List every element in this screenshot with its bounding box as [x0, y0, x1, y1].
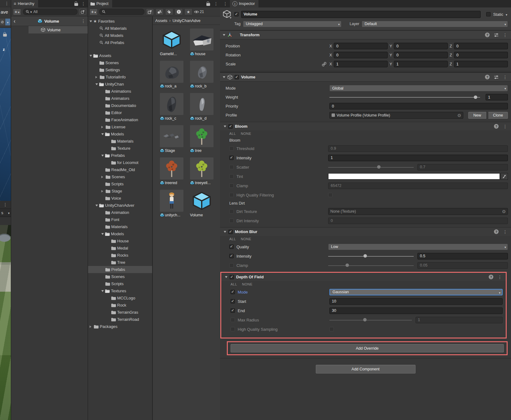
project-tree-item[interactable]: MCCLogo	[88, 294, 152, 302]
lock-icon[interactable]	[74, 3, 78, 6]
project-tree-item[interactable]: Animations	[88, 88, 152, 95]
project-tree-item[interactable]: Stage	[88, 188, 152, 195]
project-tree-item[interactable]: Medal	[88, 245, 152, 252]
project-tree-item[interactable]: Scripts	[88, 280, 152, 287]
foldout-arrow[interactable]	[223, 76, 225, 79]
scale-x-field[interactable]: 1	[334, 61, 388, 67]
save-button-partial[interactable]: ave	[0, 7, 11, 16]
dof-enabled-checkbox[interactable]	[230, 275, 234, 279]
override-checkbox[interactable]	[229, 263, 234, 267]
add-component-button[interactable]: Add Component	[316, 365, 416, 374]
project-tree-item[interactable]: Editor	[88, 109, 152, 116]
tab-inspector[interactable]: Inspector	[230, 0, 258, 7]
dof-max-radius-slider[interactable]	[329, 317, 412, 323]
breadcrumb-current[interactable]: UnityChanAdve	[173, 18, 200, 23]
console-alert-button[interactable]	[175, 8, 183, 15]
asset-item[interactable]: rock_a	[160, 61, 184, 89]
foldout-arrow[interactable]	[101, 190, 104, 192]
select-none-link[interactable]: NONE	[241, 237, 251, 241]
dropdown-button[interactable]	[5, 19, 10, 25]
asset-thumbnail[interactable]	[190, 61, 214, 83]
asset-item[interactable]: rock_b	[190, 61, 214, 89]
project-tree-item[interactable]: Prefabs	[88, 266, 152, 273]
dof-end-field[interactable]: 30	[329, 307, 503, 314]
project-tree-item[interactable]: Favorites	[88, 18, 152, 25]
asset-item[interactable]: house	[190, 29, 214, 56]
kebab-menu-icon[interactable]	[498, 275, 502, 280]
project-tree-item[interactable]: Scripts	[88, 180, 152, 188]
select-none-link[interactable]: NONE	[241, 132, 251, 135]
weight-value-field[interactable]: 1	[486, 94, 508, 100]
project-tree-item[interactable]: All Models	[88, 32, 152, 39]
eyedropper-button[interactable]	[500, 173, 508, 180]
gameobject-name-field[interactable]: Volume	[241, 11, 481, 18]
visibility-count[interactable]: 21	[194, 10, 204, 14]
bloom-enabled-checkbox[interactable]	[228, 124, 233, 129]
context-object-title[interactable]: Volume	[15, 19, 81, 24]
bloom-header[interactable]: Bloom	[220, 122, 511, 130]
project-tree-item[interactable]: ReadMe_Old	[88, 166, 152, 173]
project-tree-item[interactable]: Assets	[88, 52, 152, 59]
foldout-arrow[interactable]	[95, 205, 98, 208]
asset-thumbnail[interactable]	[160, 190, 183, 212]
asset-thumbnail[interactable]	[160, 29, 183, 51]
override-checkbox[interactable]	[229, 193, 234, 197]
project-tree-item[interactable]: Materials	[88, 223, 152, 230]
override-checkbox[interactable]	[231, 290, 235, 294]
object-picker-icon[interactable]	[502, 209, 506, 214]
asset-item[interactable]: rock_c	[160, 93, 184, 121]
select-all-link[interactable]: ALL	[231, 282, 237, 286]
asset-item[interactable]: unitych...	[160, 190, 184, 218]
intensity-field[interactable]: 1	[328, 155, 508, 161]
kebab-menu-icon[interactable]	[214, 1, 218, 6]
filter-by-label-button[interactable]	[165, 8, 173, 15]
tint-color-swatch[interactable]	[328, 173, 500, 179]
project-tree-item[interactable]: Documentatio	[88, 102, 152, 109]
project-tree-item[interactable]: Materials	[88, 138, 152, 145]
mb-clamp-slider[interactable]	[328, 263, 414, 268]
asset-item[interactable]: GameM...	[160, 29, 184, 56]
scale-z-field[interactable]: 1	[454, 61, 508, 67]
foldout-arrow[interactable]	[101, 176, 104, 178]
object-picker-icon[interactable]	[457, 113, 461, 118]
override-checkbox[interactable]	[229, 219, 234, 223]
motion-blur-header[interactable]: Motion Blur	[220, 227, 511, 236]
position-x-field[interactable]: 0	[334, 43, 388, 49]
hierarchy-search-input[interactable]: All	[23, 9, 77, 15]
position-y-field[interactable]: 0	[394, 43, 448, 49]
override-checkbox[interactable]	[229, 146, 234, 151]
weight-slider[interactable]	[329, 95, 480, 100]
asset-thumbnail[interactable]	[190, 93, 214, 115]
select-all-link[interactable]: ALL	[229, 237, 236, 241]
foldout-arrow[interactable]	[101, 290, 104, 293]
dof-start-field[interactable]: 10	[329, 298, 503, 305]
scale-y-field[interactable]: 1	[394, 61, 448, 67]
project-tree-item[interactable]: All Prefabs	[88, 39, 152, 46]
project-tree-item[interactable]: License	[88, 123, 152, 130]
breadcrumb-root[interactable]: Assets	[155, 18, 167, 23]
foldout-arrow[interactable]	[101, 155, 104, 158]
help-icon[interactable]	[494, 124, 499, 129]
project-tree-item[interactable]: UnityChanAdver	[88, 202, 152, 209]
project-tree-item[interactable]: Settings	[88, 66, 152, 73]
project-tree-item[interactable]: Prefabs	[88, 152, 152, 159]
asset-thumbnail[interactable]	[190, 125, 214, 147]
game-view-toolbar[interactable]: s	[0, 208, 11, 217]
project-tree-item[interactable]: Models	[88, 230, 152, 237]
kebab-menu-icon[interactable]	[503, 75, 507, 80]
mb-intensity-slider[interactable]	[328, 254, 414, 259]
asset-item[interactable]: rock_d	[190, 93, 214, 121]
project-tree-item[interactable]: Tree	[88, 259, 152, 266]
search-window-button[interactable]	[79, 9, 86, 15]
asset-thumbnail[interactable]	[190, 190, 214, 212]
rotation-x-field[interactable]: 0	[334, 52, 388, 58]
override-checkbox[interactable]	[229, 183, 234, 188]
presets-icon[interactable]	[494, 75, 499, 79]
override-checkbox[interactable]	[229, 209, 234, 214]
search-window-button[interactable]	[146, 8, 154, 15]
create-button[interactable]	[13, 9, 21, 15]
foldout-arrow[interactable]	[101, 233, 104, 236]
clamp-field[interactable]: 65472	[328, 183, 508, 189]
foldout-arrow[interactable]	[90, 20, 92, 24]
override-checkbox[interactable]	[231, 318, 235, 322]
